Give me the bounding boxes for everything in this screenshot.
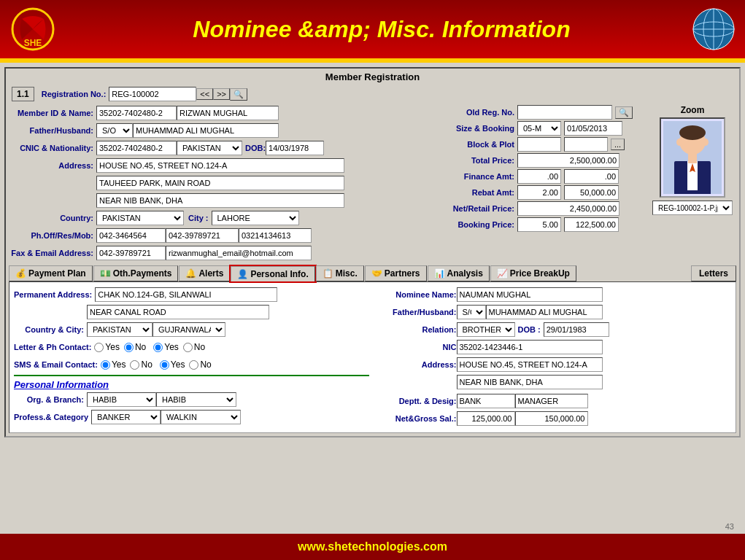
photo-select[interactable]: REG-100002-1-P.jpg: [652, 201, 733, 215]
sms-no2-radio[interactable]: [189, 360, 198, 370]
nom-father-prefix-select[interactable]: S/O: [457, 305, 486, 319]
phone3-input[interactable]: [239, 228, 312, 243]
nationality-select[interactable]: PAKISTAN: [177, 141, 242, 155]
member-id-input[interactable]: [96, 106, 177, 120]
tab-alerts[interactable]: 🔔 Alerts: [179, 265, 230, 281]
nav-prev-btn[interactable]: <<: [196, 88, 213, 100]
footer-url: www.shetechnologies.com: [298, 540, 447, 553]
right-form: Old Reg. No. 🔍 Size & Booking 05-M Block…: [441, 105, 646, 262]
desig-input[interactable]: [515, 394, 588, 408]
old-reg-search[interactable]: 🔍: [615, 106, 633, 119]
country-select[interactable]: PAKISTAN: [96, 211, 184, 225]
sms-radio-group2: Yes No: [160, 359, 212, 370]
deptt-input[interactable]: [457, 394, 515, 408]
dob-input[interactable]: [266, 141, 324, 155]
search-btn[interactable]: 🔍: [230, 88, 247, 101]
size-date-input[interactable]: [564, 121, 622, 136]
nom-dob-input[interactable]: [544, 322, 609, 337]
block-input[interactable]: [517, 137, 561, 152]
photo-filename-row: REG-100002-1-P.jpg: [649, 201, 736, 215]
tab-payment-plan[interactable]: 💰 Payment Plan: [9, 265, 93, 281]
tab-price-breakup-label: Price BreakUp: [510, 268, 570, 279]
perm-address2-input[interactable]: [87, 305, 269, 319]
finance1-input[interactable]: [517, 169, 561, 184]
letter-no-radio[interactable]: [124, 343, 134, 352]
address-label: Address:: [9, 161, 96, 170]
nom-nic-row: NIC: [377, 339, 732, 355]
member-name-input[interactable]: [177, 106, 279, 120]
rebat2-input[interactable]: [564, 185, 619, 200]
sms-no-radio[interactable]: [130, 360, 139, 370]
father-name-input[interactable]: [133, 123, 279, 138]
tab-oth-payments-label: Oth.Payments: [113, 268, 172, 279]
size-select[interactable]: 05-M: [517, 121, 561, 136]
sms-yes2-radio[interactable]: [160, 360, 169, 370]
fax-input[interactable]: [96, 246, 166, 260]
size-row: Size & Booking 05-M: [441, 121, 646, 136]
plot-input[interactable]: [564, 137, 608, 152]
nom-address2-input[interactable]: [457, 375, 603, 389]
sms-yes-radio[interactable]: [101, 360, 110, 370]
perm-city-select[interactable]: GUJRANWALA: [153, 322, 225, 337]
netgross-label: Net&Gross Sal.:: [377, 414, 457, 423]
phone1-input[interactable]: [96, 228, 166, 243]
nom-relation-select[interactable]: BROTHER: [457, 322, 515, 337]
old-reg-input[interactable]: [517, 105, 612, 120]
nominee-name-input[interactable]: [457, 287, 603, 302]
tab-partners[interactable]: 🤝 Partners: [365, 265, 427, 281]
booking1-input[interactable]: [517, 217, 561, 232]
svg-text:SHE: SHE: [24, 38, 42, 48]
tab-oth-payments[interactable]: 💵 Oth.Payments: [93, 265, 179, 281]
tab-misc[interactable]: 📋 Misc.: [316, 265, 364, 281]
letter-yes-radio[interactable]: [94, 343, 104, 352]
letter-no2-radio[interactable]: [183, 343, 193, 352]
address1-input[interactable]: [96, 158, 344, 173]
phone2-input[interactable]: [166, 228, 239, 243]
tab-analysis[interactable]: 📊 Analysis: [428, 265, 490, 281]
sms-no2-text: No: [200, 359, 211, 370]
sms-yes-text: Yes: [112, 359, 126, 370]
nom-address-label: Address:: [377, 360, 457, 369]
fax-row: Fax & Email Address:: [9, 245, 439, 261]
letter-contact-label: Letter & Ph Contact:: [14, 343, 94, 351]
perm-address1-row: Permanent Address:: [14, 287, 369, 303]
letter-no2-label: No: [183, 342, 205, 352]
netretail-input[interactable]: [517, 201, 619, 216]
block-btn[interactable]: ...: [611, 139, 625, 150]
perm-address1-input[interactable]: [95, 287, 277, 302]
cnic-input[interactable]: [96, 141, 177, 155]
nom-father-name-input[interactable]: [486, 305, 603, 319]
letters-button[interactable]: Letters: [691, 265, 736, 281]
org-select[interactable]: HABIB: [87, 392, 156, 407]
grossal-input[interactable]: [515, 411, 588, 426]
deptt-row: Deptt. & Desig:: [377, 393, 732, 409]
letter-yes2-radio[interactable]: [153, 343, 163, 352]
phone-label: Ph.Off/Res/Mob:: [9, 231, 96, 240]
nom-address1-input[interactable]: [457, 357, 603, 372]
nom-nic-input[interactable]: [457, 340, 603, 354]
nav-next-btn[interactable]: >>: [213, 88, 230, 100]
org-row: Org. & Branch: HABIB HABIB: [14, 392, 369, 408]
letter-no-label: No: [124, 342, 146, 352]
email-input[interactable]: [166, 246, 312, 260]
tab-content-row: Permanent Address: Country & City: PAKIS…: [14, 287, 731, 428]
rebat1-input[interactable]: [517, 185, 561, 200]
city-select[interactable]: LAHORE: [212, 211, 299, 225]
address3-input[interactable]: [96, 193, 344, 208]
netsal-input[interactable]: [457, 411, 515, 426]
branch-select[interactable]: HABIB: [156, 392, 236, 407]
booking2-input[interactable]: [564, 217, 619, 232]
profess-select[interactable]: BANKER: [91, 410, 161, 424]
finance2-input[interactable]: [564, 169, 619, 184]
perm-country-select[interactable]: PAKISTAN: [87, 322, 153, 337]
tab-personal-info[interactable]: 👤 Personal Info.: [231, 266, 314, 281]
nominee-name-label: Nominee Name:: [377, 290, 457, 299]
total-input[interactable]: [517, 153, 619, 168]
svg-point-11: [703, 139, 709, 146]
address2-input[interactable]: [96, 176, 344, 190]
rebat-row: Rebat Amt:: [441, 185, 646, 200]
tab-price-breakup[interactable]: 📈 Price BreakUp: [490, 265, 576, 281]
category-select[interactable]: WALKIN: [161, 410, 241, 424]
father-prefix-select[interactable]: S/OD/OW/O: [96, 123, 133, 138]
reg-no-input[interactable]: [109, 87, 196, 101]
